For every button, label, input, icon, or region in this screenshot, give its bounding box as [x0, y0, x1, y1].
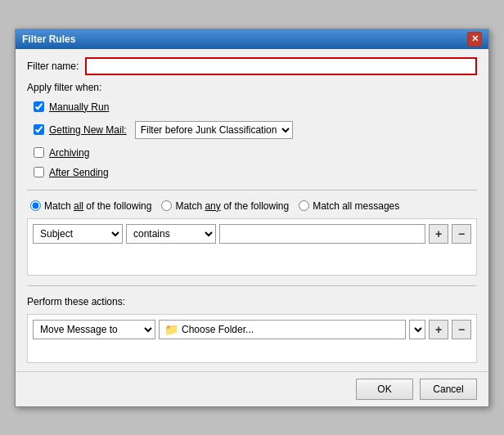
- action-add-button[interactable]: +: [429, 320, 448, 339]
- match-all-group: Match all of the following: [30, 200, 151, 212]
- apply-filter-label: Apply filter when:: [27, 82, 477, 93]
- title-bar-text: Filter Rules: [22, 34, 75, 45]
- folder-icon: 📁: [164, 323, 178, 336]
- filter-rules-dialog: Filter Rules ✕ Filter name: Apply filter…: [15, 29, 489, 407]
- actions-row: Move Message to Copy Message to Delete M…: [33, 320, 471, 339]
- after-sending-row: After Sending: [34, 167, 477, 178]
- after-sending-label: After Sending: [49, 167, 109, 178]
- bottom-buttons: OK Cancel: [16, 371, 488, 406]
- title-bar: Filter Rules ✕: [16, 29, 488, 49]
- choose-folder-button[interactable]: 📁 Choose Folder...: [159, 320, 406, 339]
- match-row: Match all of the following Match any of …: [30, 200, 477, 212]
- filter-name-input[interactable]: [85, 57, 477, 75]
- getting-new-mail-row: Getting New Mail: Filter before Junk Cla…: [34, 121, 477, 139]
- filter-name-row: Filter name:: [27, 57, 477, 75]
- cancel-button[interactable]: Cancel: [420, 379, 477, 400]
- ok-button[interactable]: OK: [356, 379, 413, 400]
- archiving-label: Archiving: [49, 147, 89, 159]
- filter-name-label: Filter name:: [27, 61, 79, 72]
- match-any-group: Match any of the following: [161, 200, 289, 212]
- dialog-content: Filter name: Apply filter when: Manually…: [16, 49, 488, 371]
- criteria-condition-select[interactable]: contains doesn't contain is isn't begins…: [126, 224, 216, 244]
- manually-run-row: Manually Run: [34, 101, 477, 113]
- folder-dropdown-arrow[interactable]: [409, 320, 425, 339]
- action-remove-button[interactable]: −: [452, 320, 471, 339]
- match-messages-label: Match all messages: [313, 200, 399, 212]
- actions-label: Perform these actions:: [27, 296, 477, 307]
- action-type-select[interactable]: Move Message to Copy Message to Delete M…: [33, 320, 155, 339]
- close-button[interactable]: ✕: [467, 32, 482, 47]
- after-sending-checkbox[interactable]: [34, 167, 44, 177]
- match-all-label: Match all of the following: [44, 200, 151, 212]
- getting-new-mail-checkbox[interactable]: [34, 124, 44, 135]
- getting-new-mail-select[interactable]: Filter before Junk Classification Filter…: [135, 121, 293, 139]
- match-any-radio[interactable]: [161, 200, 172, 211]
- match-all-radio[interactable]: [30, 200, 41, 211]
- criteria-area: Subject From To Body Date contains doesn…: [27, 218, 477, 276]
- folder-label: Choose Folder...: [182, 324, 254, 335]
- criteria-row: Subject From To Body Date contains doesn…: [33, 224, 471, 244]
- separator-2: [27, 285, 477, 286]
- separator-1: [27, 190, 477, 191]
- manually-run-checkbox[interactable]: [34, 101, 44, 112]
- match-messages-group: Match all messages: [299, 200, 399, 212]
- actions-area: Move Message to Copy Message to Delete M…: [27, 314, 477, 363]
- archiving-row: Archiving: [34, 147, 477, 159]
- match-messages-radio[interactable]: [299, 200, 309, 211]
- getting-new-mail-label: Getting New Mail:: [49, 124, 127, 136]
- criteria-add-button[interactable]: +: [429, 224, 448, 244]
- criteria-field-select[interactable]: Subject From To Body Date: [33, 224, 123, 244]
- criteria-remove-button[interactable]: −: [452, 224, 471, 244]
- archiving-checkbox[interactable]: [34, 147, 44, 158]
- match-any-label: Match any of the following: [175, 200, 289, 212]
- criteria-value-input[interactable]: [219, 224, 425, 244]
- manually-run-label: Manually Run: [49, 101, 109, 113]
